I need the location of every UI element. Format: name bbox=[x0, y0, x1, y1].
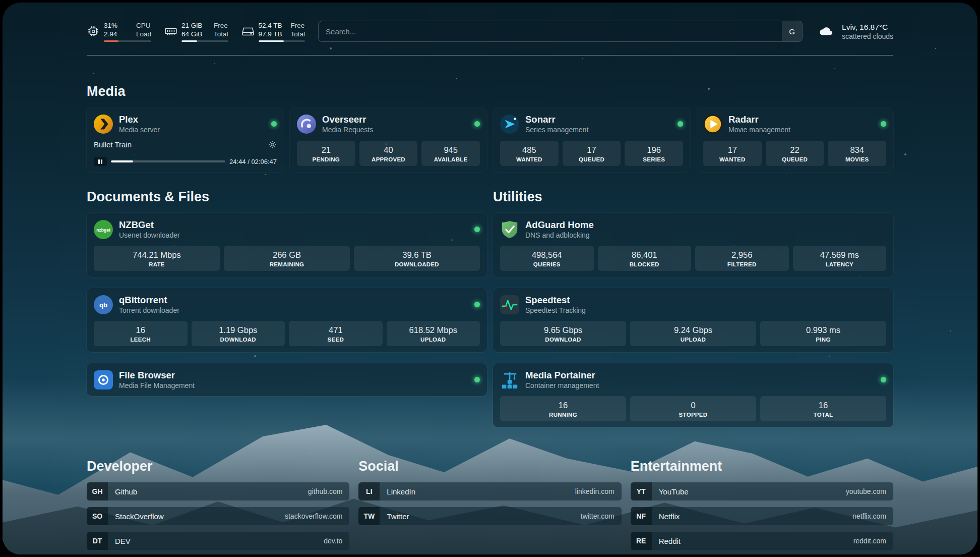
bookmark-github[interactable]: GH Github github.com bbox=[87, 482, 349, 500]
documents-section-title: Documents & Files bbox=[87, 189, 487, 205]
bookmark-name: StackOverflow bbox=[115, 512, 164, 521]
disk-widget: 52.4 TB 97.9 TB Free Total bbox=[241, 21, 305, 42]
bookmark-url: dev.to bbox=[324, 537, 342, 545]
service-name: File Browser bbox=[119, 369, 195, 381]
service-card-radarr[interactable]: Radarr Movie management 17 WANTED 22 QUE… bbox=[696, 107, 893, 172]
memory-widget: 21 GiB 64 GiB Free Total bbox=[164, 21, 228, 42]
status-dot bbox=[678, 121, 683, 127]
stat-latency: 47.569 ms LATENCY bbox=[793, 246, 887, 271]
service-card-qbittorrent[interactable]: qb qBittorrent Torrent downloader 16 bbox=[87, 288, 487, 352]
developer-section-title: Developer bbox=[87, 459, 349, 474]
bookmark-abbr: YT bbox=[631, 482, 652, 500]
status-dot bbox=[881, 377, 886, 382]
disk-total-value: 97.9 TB bbox=[259, 30, 283, 38]
memory-total-value: 64 GiB bbox=[181, 30, 206, 38]
weather-location-temp: Lviv, 16.87°C bbox=[842, 22, 893, 32]
pause-button[interactable] bbox=[94, 157, 107, 166]
service-card-plex[interactable]: Plex Media server Bullet Train bbox=[87, 107, 284, 172]
service-card-overseerr[interactable]: Overseerr Media Requests 21 PENDING 40 A… bbox=[290, 107, 487, 172]
media-section-title: Media bbox=[87, 84, 893, 99]
cpu-load-value: 2.94 bbox=[104, 30, 128, 38]
overseerr-icon bbox=[297, 115, 316, 134]
service-subtitle: Container management bbox=[525, 381, 599, 390]
cpu-percent: 31% bbox=[104, 21, 128, 30]
bookmark-url: netflix.com bbox=[852, 512, 886, 520]
service-name: AdGuard Home bbox=[525, 219, 594, 231]
bookmark-reddit[interactable]: RE Reddit reddit.com bbox=[631, 532, 893, 550]
status-dot bbox=[474, 302, 480, 307]
stat-filtered: 2,956 FILTERED bbox=[695, 246, 789, 271]
service-name: Media Portainer bbox=[525, 369, 599, 381]
cpu-load-label: Load bbox=[136, 30, 151, 38]
bookmark-linkedin[interactable]: LI LinkedIn linkedin.com bbox=[358, 482, 621, 500]
weather-widget: Lviv, 16.87°C scattered clouds bbox=[816, 22, 893, 41]
utilities-section-title: Utilities bbox=[493, 189, 893, 205]
service-name: qBittorrent bbox=[119, 294, 179, 306]
bookmark-abbr: LI bbox=[358, 482, 380, 500]
service-card-sonarr[interactable]: Sonarr Series management 485 WANTED 17 Q… bbox=[493, 107, 690, 172]
stat-queued: 17 QUEUED bbox=[563, 141, 621, 166]
bookmark-abbr: GH bbox=[87, 482, 108, 500]
memory-free-value: 21 GiB bbox=[181, 21, 206, 30]
status-dot bbox=[881, 121, 886, 127]
filebrowser-icon bbox=[94, 370, 113, 389]
service-subtitle: Media server bbox=[119, 125, 160, 134]
bookmark-group-social: Social LI LinkedIn linkedin.com TW Twitt… bbox=[358, 459, 621, 554]
bookmark-abbr: TW bbox=[358, 507, 380, 525]
service-card-adguard-home[interactable]: AdGuard Home DNS and adblocking 498,564 … bbox=[493, 213, 893, 277]
service-subtitle: Series management bbox=[525, 125, 588, 134]
bookmark-url: linkedin.com bbox=[575, 487, 615, 495]
bookmark-name: LinkedIn bbox=[387, 487, 415, 496]
bookmark-abbr: SO bbox=[87, 507, 108, 525]
cpu-label: CPU bbox=[136, 21, 151, 30]
service-name: Speedtest bbox=[525, 294, 586, 306]
bookmark-name: Twitter bbox=[387, 512, 409, 521]
stat-download: 9.65 Gbps DOWNLOAD bbox=[500, 321, 626, 346]
bookmark-group-developer: Developer GH Github github.com SO StackO… bbox=[87, 459, 349, 554]
status-dot bbox=[271, 121, 277, 127]
svg-text:qb: qb bbox=[99, 301, 107, 308]
status-dot bbox=[474, 227, 480, 232]
bookmark-stackoverflow[interactable]: SO StackOverflow stackoverflow.com bbox=[87, 507, 349, 525]
service-card-filebrowser[interactable]: File Browser Media File Management bbox=[87, 363, 487, 396]
bookmark-name: DEV bbox=[115, 537, 131, 545]
stat-wanted: 17 WANTED bbox=[703, 141, 762, 166]
stat-upload: 618.52 Mbps UPLOAD bbox=[387, 321, 480, 346]
service-name: Plex bbox=[119, 114, 160, 125]
radarr-icon bbox=[703, 115, 722, 134]
bookmark-group-entertainment: Entertainment YT YouTube youtube.com NF … bbox=[631, 459, 893, 554]
speedtest-icon bbox=[500, 295, 519, 314]
stat-rate: 744.21 Mbps RATE bbox=[94, 246, 220, 271]
bookmark-name: Netflix bbox=[659, 512, 680, 521]
search-provider-button[interactable]: G bbox=[782, 21, 802, 41]
stat-movies: 834 MOVIES bbox=[828, 141, 886, 166]
service-card-portainer[interactable]: Media Portainer Container management 16 … bbox=[493, 363, 893, 427]
search-bar: G bbox=[318, 21, 803, 42]
stat-upload: 9.24 Gbps UPLOAD bbox=[630, 321, 756, 346]
service-card-nzbget[interactable]: nzbget NZBGet Usenet downloader 744.21 M… bbox=[87, 213, 487, 277]
bookmark-netflix[interactable]: NF Netflix netflix.com bbox=[631, 507, 893, 525]
service-name: NZBGet bbox=[119, 219, 180, 231]
sonarr-icon bbox=[500, 115, 519, 134]
search-input[interactable] bbox=[318, 21, 803, 42]
widget-settings-gear-icon[interactable] bbox=[268, 140, 277, 149]
top-bar: 31% 2.94 CPU Load bbox=[87, 3, 893, 42]
service-card-speedtest[interactable]: Speedtest Speedtest Tracking 9.65 Gbps D… bbox=[493, 288, 893, 352]
bookmark-name: Reddit bbox=[659, 537, 681, 545]
disk-usage-bar bbox=[259, 40, 305, 42]
social-section-title: Social bbox=[358, 459, 621, 474]
bookmark-url: github.com bbox=[308, 487, 342, 495]
bookmark-youtube[interactable]: YT YouTube youtube.com bbox=[631, 482, 893, 500]
section-utilities: Utilities AdGuard Home DNS and adblockin… bbox=[493, 189, 893, 427]
background-snow-specks bbox=[3, 3, 4, 4]
bookmark-twitter[interactable]: TW Twitter twitter.com bbox=[358, 507, 621, 525]
svg-text:nzbget: nzbget bbox=[96, 227, 110, 232]
stat-seed: 471 SEED bbox=[289, 321, 383, 346]
cpu-chip-icon bbox=[87, 25, 100, 38]
playback-progress-bar[interactable] bbox=[111, 160, 225, 162]
bookmark-dev[interactable]: DT DEV dev.to bbox=[87, 532, 349, 550]
stat-downloaded: 39.6 TB DOWNLOADED bbox=[354, 246, 480, 271]
portainer-icon bbox=[500, 370, 519, 389]
service-name: Sonarr bbox=[525, 114, 588, 125]
stat-available: 945 AVAILABLE bbox=[421, 141, 480, 166]
